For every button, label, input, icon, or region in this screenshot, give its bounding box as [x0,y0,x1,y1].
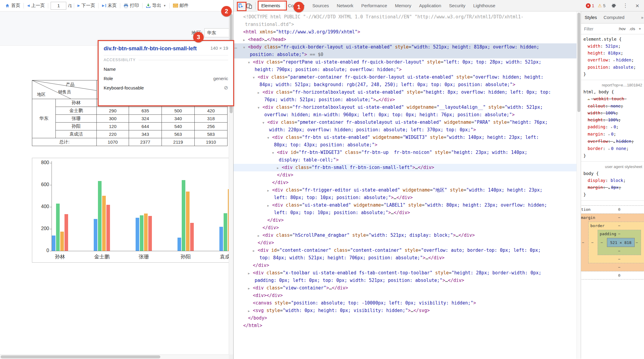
stylesheet-source-link[interactable]: report?op=e…1801842 [583,82,642,89]
elements-scrollbar[interactable] [576,11,581,359]
dom-tree-row[interactable]: <canvas style="position: absolute; top: … [234,299,576,307]
stylesheet-source-link[interactable]: user agent stylesheet [583,163,642,170]
pseudo-state-toggle[interactable]: :hov [618,27,626,31]
devtools-tab-network[interactable]: Network [333,0,357,11]
dom-tree-row[interactable]: <!DOCTYPE html PUBLIC "-//W3C//DTD XHTML… [234,13,576,21]
dom-tree-row[interactable]: ▶<div id="content-container" class="cont… [234,247,576,254]
settings-gear-button[interactable] [609,1,617,10]
dom-tree-row[interactable]: ▶<svg style="width: 0px; height: 0px; vi… [234,307,576,314]
dom-tree-row[interactable]: 76px; width: 521px; position: absolute;"… [234,96,576,104]
dom-tree-row[interactable]: ▼<div class="fr-horizontalboxlayout ui-s… [234,104,576,111]
dom-tree-row[interactable]: ▶<div class="hScrollPane_dragbar" style=… [234,232,576,239]
collapsed-arrow-icon[interactable]: ▶ [248,270,253,277]
expanded-arrow-icon[interactable]: ▼ [253,74,258,81]
page-number-input[interactable] [51,2,66,10]
console-warning-badge[interactable]: ⚠ 5 [598,3,605,8]
shorthand-arrow-icon[interactable]: ▸ [613,140,615,143]
kebab-menu-icon[interactable]: ⋮ [621,1,630,10]
dom-tree-row[interactable]: ▼<div class="fr-btn ui-state-enabled" wi… [234,134,576,141]
rule-selector[interactable]: body { [583,170,642,177]
dom-tree-row[interactable]: ▶<div class="fr-horizontalboxlayout ui-s… [234,89,576,96]
css-property[interactable]: height: 818px; [583,50,642,57]
dom-tree-row[interactable]: ▼<div class="reportPane ui-state-enabled… [234,58,576,66]
more-tabs-chevron[interactable]: » [641,15,644,20]
devtools-tab-application[interactable]: Application [415,0,445,11]
collapsed-arrow-icon[interactable]: ▶ [258,89,262,96]
dom-tree-row[interactable]: 84px; width: 521px; background: rgb(247,… [234,81,576,89]
dom-tree-row[interactable]: transitional.dtd"> [234,21,576,28]
shorthand-arrow-icon[interactable]: ▸ [613,59,615,62]
dom-tree-row[interactable]: ▼<body class="fr-quick-border-layout ui-… [234,43,576,51]
shorthand-arrow-icon[interactable]: ▸ [608,147,610,151]
dom-tree-row[interactable]: ▶<div class="fr-trigger-editor ui-state-… [234,186,576,194]
dom-tree-row[interactable]: overflow: hidden; min-width: 960px; left… [234,111,576,119]
dom-tree-row[interactable]: </div> [234,224,576,232]
dom-tree-row[interactable]: ▼<div id="fr-btn-WIDGET3" class="fr-btn-… [234,149,576,156]
first-page-button[interactable]: 首页 [2,3,23,8]
expanded-arrow-icon[interactable]: ▼ [258,104,262,111]
dom-tree-row[interactable]: ▼<div class="parameter-container fr-quic… [234,73,576,81]
expanded-arrow-icon[interactable]: ▼ [272,149,277,157]
collapsed-arrow-icon[interactable]: ▶ [267,187,272,194]
dom-tree-row[interactable]: ▶<div class="x-toolbar ui-state-enabled … [234,269,576,277]
dom-tree-row[interactable]: <html xmlns="http://www.w3.org/1999/xhtm… [234,28,576,36]
console-error-badge[interactable]: × 1 [586,3,594,8]
rule-selector[interactable]: element.style { [583,36,642,43]
css-property[interactable]: height: 100%; [583,117,642,123]
dom-tree-row[interactable]: </div> [234,217,576,224]
styles-filter-input[interactable]: Filter [584,27,614,31]
collapsed-arrow-icon[interactable]: ▶ [248,285,253,292]
css-property[interactable]: overflow: ▸hidden; [583,138,642,145]
dom-tree-row[interactable]: <div></div> [234,292,576,299]
dom-tree-row[interactable]: width: 220px; overflow: hidden; position… [234,126,576,134]
shorthand-arrow-icon[interactable]: ▸ [611,126,613,129]
dom-tree-row[interactable]: ▶<div class="view-container">…</div> [234,284,576,292]
shorthand-arrow-icon[interactable]: ▸ [608,186,610,189]
collapsed-arrow-icon[interactable]: ▶ [248,307,253,315]
dom-tree-row[interactable]: ▶<div class="ui-state-enabled" widgetnam… [234,201,576,209]
collapsed-arrow-icon[interactable]: ▶ [258,232,262,239]
css-property[interactable]: width: 521px; [583,43,642,50]
dom-tree-row[interactable]: position: absolute;"> == $0 [234,51,576,58]
css-property[interactable]: overflow: ▸hidden; [583,57,642,64]
expanded-arrow-icon[interactable]: ▼ [262,119,267,126]
last-page-button[interactable]: ▶ 末页 [99,3,119,8]
css-property[interactable]: margin: ▸0; [583,131,642,138]
dom-tree-row[interactable]: 80px; top: 43px; position: absolute;"> [234,141,576,149]
dom-tree-row[interactable]: </div> [234,179,576,186]
class-toggle[interactable]: .cls [629,27,635,31]
dom-tree-row[interactable]: ▶<div class="fr-btn-small fr-btn-icon-sm… [234,164,576,171]
css-property[interactable]: border: ▸0 none; [583,145,642,152]
shorthand-arrow-icon[interactable]: ▸ [608,133,610,136]
rule-selector[interactable]: html, body { [583,89,642,95]
dom-tree-row[interactable]: left: 80px; top: 10px; position: absolut… [234,194,576,201]
dom-tree-row[interactable]: </div> [234,239,576,247]
collapsed-arrow-icon[interactable]: ▶ [243,36,248,44]
prev-page-button[interactable]: ◀ 上一页 [24,3,47,8]
dom-tree-row[interactable]: </html> [234,322,576,329]
horizontal-scrollbar[interactable] [0,354,229,359]
css-property[interactable]: ⚠-webkit-touch-callout: none; [583,95,642,110]
dom-tree-row[interactable]: left: 0px; top: 10px; position: absolute… [234,209,576,217]
dom-tree-row[interactable]: display: table-cell;"> [234,156,576,164]
scrollbar-thumb[interactable] [1,355,160,358]
css-property[interactable]: margin: ▸8px; [583,184,642,191]
tab-computed[interactable]: Computed [604,15,624,20]
dom-tree-row[interactable]: ▼<div class="pmeter-container fr-absolut… [234,119,576,126]
dom-tree-row[interactable]: </div> [234,262,576,269]
dom-tree-row[interactable]: padding: 0px; left: 0px; top: 0px; width… [234,277,576,284]
devtools-tab-performance[interactable]: Performance [357,0,391,11]
tab-styles[interactable]: Styles [585,15,597,20]
dom-tree-row[interactable]: </body> [234,314,576,322]
css-property[interactable]: display: block; [583,177,642,184]
css-property[interactable]: position: absolute; [583,64,642,71]
css-property[interactable]: width: 100%; [583,110,642,117]
dom-tree-row[interactable]: ▶<head>…</head> [234,36,576,43]
devtools-tab-memory[interactable]: Memory [391,0,415,11]
dom-tree-row[interactable]: top: 84px; width: 521px; height: 706px; … [234,254,576,262]
dom-tree-row[interactable]: </div> [234,171,576,179]
expanded-arrow-icon[interactable]: ▼ [267,134,272,142]
export-button[interactable]: 导出 ▼ [143,3,169,8]
scrollbar-thumb[interactable] [577,13,580,112]
next-page-button[interactable]: ▶ 下一页 [75,3,98,8]
